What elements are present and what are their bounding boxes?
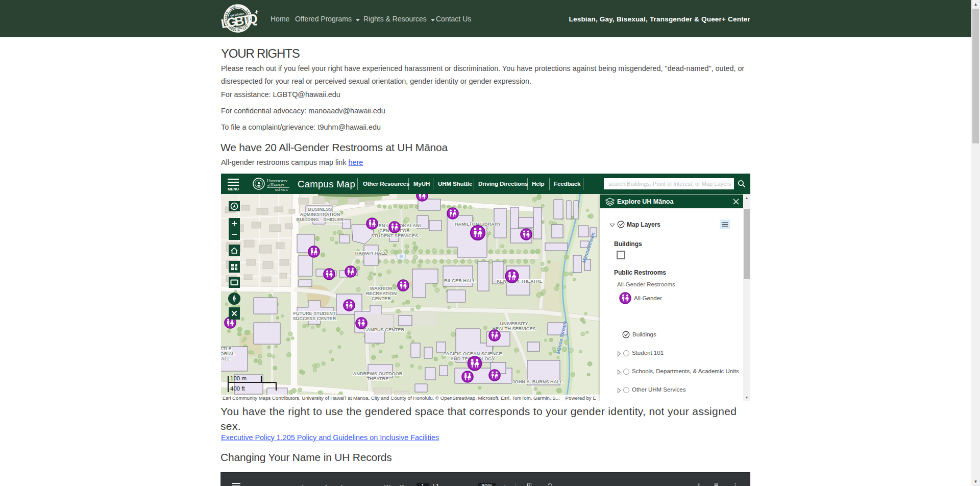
svg-text:HAWAIʻI HALL: HAWAIʻI HALL xyxy=(355,251,387,256)
svg-text:ALL: ALL xyxy=(221,356,230,361)
svg-text:BUSINESS: BUSINESS xyxy=(308,207,332,212)
svg-text:STUDENT SERVICES: STUDENT SERVICES xyxy=(371,233,418,238)
svg-text:of HAWAIʻI: of HAWAIʻI xyxy=(267,182,284,187)
svg-text:JOHN A. BURNS HALL: JOHN A. BURNS HALL xyxy=(512,379,563,384)
svg-text:ADMINISTRATION: ADMINISTRATION xyxy=(300,212,340,217)
svg-text:UNIVERSITY: UNIVERSITY xyxy=(500,321,528,326)
svg-text:SUCCESS CENTER: SUCCESS CENTER xyxy=(293,316,336,321)
svg-text:MORIAL: MORIAL xyxy=(221,351,235,356)
svg-text:WARRIOR: WARRIOR xyxy=(370,286,393,291)
svg-text:FUTURE STUDENT: FUTURE STUDENT xyxy=(293,311,336,316)
svg-text:100 m: 100 m xyxy=(230,376,247,381)
svg-text:THEATRE: THEATRE xyxy=(367,376,389,381)
svg-text:KENNEDY THEATRE: KENNEDY THEATRE xyxy=(497,279,543,284)
svg-text:CENTER: CENTER xyxy=(372,296,391,301)
svg-text:HEALTH SERVICES: HEALTH SERVICES xyxy=(492,326,535,331)
svg-text:STLE: STLE xyxy=(221,346,232,351)
svg-text:400 ft: 400 ft xyxy=(230,385,246,392)
svg-text:BILGER HALL: BILGER HALL xyxy=(444,278,476,283)
svg-text:BUILDING - SHIDLER: BUILDING - SHIDLER xyxy=(297,217,344,222)
svg-text:ANDREWS OUTDOOR: ANDREWS OUTDOOR xyxy=(353,371,403,376)
svg-text:MENU: MENU xyxy=(228,187,239,191)
svg-text:MĀNOA: MĀNOA xyxy=(275,188,288,191)
svg-text:RECREATION: RECREATION xyxy=(366,291,397,296)
svg-text:PACIFIC OCEAN SCIENCE: PACIFIC OCEAN SCIENCE xyxy=(443,351,502,356)
svg-text:CAMPUS CENTER: CAMPUS CENTER xyxy=(363,327,405,332)
svg-text:+: + xyxy=(254,8,259,16)
